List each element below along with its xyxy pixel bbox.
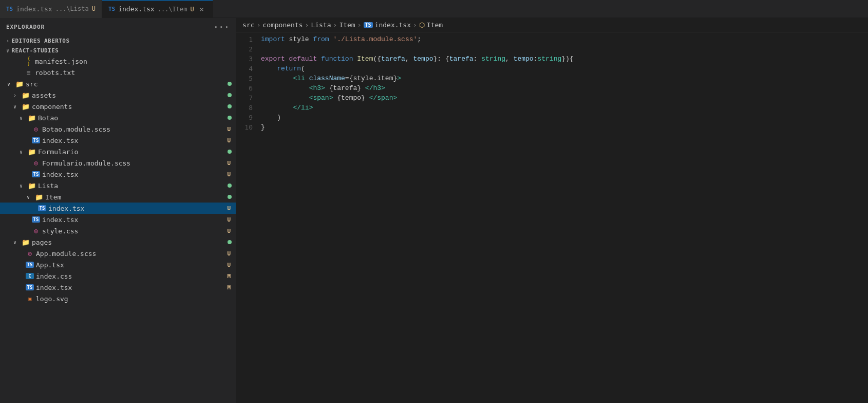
tab-filename: index.tsx: [16, 5, 52, 13]
code-editor[interactable]: 1 import style from './Lista.module.scss…: [236, 32, 868, 403]
file-manifest-json[interactable]: { } manifest.json: [0, 56, 236, 67]
file-index-tsx[interactable]: TS index.tsx M: [0, 282, 236, 293]
bc-filename[interactable]: index.tsx: [375, 21, 411, 29]
section-react-studies[interactable]: ∨ REACT-STUDIES: [0, 46, 236, 56]
close-tab-button[interactable]: ×: [197, 5, 206, 14]
folder-icon: 📁: [15, 80, 24, 88]
ts-icon: TS: [6, 6, 13, 12]
line-content: <h3> {tarefa} </h3>: [261, 83, 868, 93]
svg-icon: ▣: [26, 296, 34, 302]
sep: ›: [333, 21, 337, 29]
tab-active-path: ...\Item: [158, 6, 187, 13]
file-logo-svg[interactable]: ▣ logo.svg: [0, 293, 236, 304]
chevron-down-icon: ∨: [13, 240, 20, 245]
section-label-text: EDITORES ABERTOS: [11, 38, 69, 44]
modified-badge: M: [227, 284, 236, 291]
folder-name: Lista: [38, 182, 225, 190]
file-name: Botao.module.scss: [42, 125, 225, 133]
chevron-down-icon: ∨: [20, 183, 26, 189]
folder-assets[interactable]: › 📁 assets: [0, 89, 236, 101]
bc-src[interactable]: src: [242, 21, 254, 29]
file-name: App.tsx: [36, 261, 225, 269]
chevron-down-icon: ∨: [13, 104, 20, 109]
modified-dot: [228, 184, 232, 188]
tab-active-filename: index.tsx: [118, 5, 154, 13]
file-name: index.tsx: [42, 216, 225, 224]
folder-icon: 📁: [28, 182, 36, 190]
line-number: 4: [236, 64, 261, 74]
line-number: 3: [236, 54, 261, 64]
modified-badge: U: [227, 228, 236, 234]
tab-bar: TS index.tsx ...\Lista U TS index.tsx ..…: [0, 0, 868, 18]
explorer-title: EXPLORADOR: [6, 24, 45, 30]
modified-dot: [228, 150, 232, 154]
main-layout: EXPLORADOR ··· › EDITORES ABERTOS ∨ REAC…: [0, 18, 868, 403]
folder-lista[interactable]: ∨ 📁 Lista: [0, 180, 236, 191]
file-formulario-scss[interactable]: ◎ Formulario.module.scss U: [0, 157, 236, 169]
sidebar-menu-button[interactable]: ···: [213, 22, 230, 32]
file-name: index.tsx: [42, 137, 225, 144]
ts-icon: TS: [26, 284, 34, 290]
modified-dot: [228, 195, 232, 199]
file-item-index[interactable]: TS index.tsx U: [0, 203, 236, 214]
line-number: 9: [236, 113, 261, 122]
line-number: 6: [236, 83, 261, 93]
folder-name: Formulario: [38, 148, 225, 156]
file-app-tsx[interactable]: TS App.tsx U: [0, 259, 236, 270]
folder-name: assets: [32, 91, 225, 99]
modified-badge: U: [227, 137, 236, 144]
chevron-down-icon: ∨: [27, 194, 33, 200]
ts-icon-active: TS: [108, 6, 115, 12]
file-name: Formulario.module.scss: [42, 159, 225, 167]
line-content: <li className={style.item}>: [261, 74, 868, 83]
line-number: 5: [236, 74, 261, 83]
file-formulario-index[interactable]: TS index.tsx U: [0, 169, 236, 180]
file-index-css[interactable]: C index.css M: [0, 270, 236, 282]
bc-components[interactable]: components: [262, 21, 303, 29]
modified-dot: [228, 116, 232, 120]
tab-item-index[interactable]: TS index.tsx ...\Item U ×: [102, 0, 213, 18]
file-app-scss[interactable]: ◎ App.module.scss U: [0, 248, 236, 259]
bc-ts-icon: TS: [364, 22, 373, 28]
line-number: 2: [236, 44, 261, 54]
scss-icon: ◎: [26, 250, 34, 257]
chevron-down-icon: ∨: [20, 115, 26, 121]
line-content: [261, 44, 868, 54]
section-editores-abertos[interactable]: › EDITORES ABERTOS: [0, 36, 236, 46]
folder-icon: 📁: [22, 103, 30, 111]
line-content: ): [261, 113, 868, 122]
file-name: style.css: [42, 227, 225, 235]
code-line-5: 5 <li className={style.item}>: [236, 74, 868, 83]
tab-lista-index[interactable]: TS index.tsx ...\Lista U: [0, 0, 102, 18]
folder-icon: 📁: [35, 193, 43, 201]
modified-badge: U: [227, 171, 236, 178]
chevron-down-icon: ∨: [20, 149, 26, 155]
file-style-css[interactable]: ◎ style.css U: [0, 225, 236, 236]
json-icon: { }: [25, 56, 33, 66]
bc-lista[interactable]: Lista: [311, 21, 331, 29]
chevron-icon: ›: [6, 38, 9, 44]
sidebar: EXPLORADOR ··· › EDITORES ABERTOS ∨ REAC…: [0, 18, 236, 403]
file-lista-index[interactable]: TS index.tsx U: [0, 214, 236, 225]
folder-item[interactable]: ∨ 📁 Item: [0, 191, 236, 203]
bc-class: ⬡ Item: [419, 21, 443, 29]
line-number: 7: [236, 93, 261, 103]
sep: ›: [305, 21, 309, 29]
file-botao-scss[interactable]: ◎ Botao.module.scss U: [0, 123, 236, 135]
folder-pages[interactable]: ∨ 📁 pages: [0, 236, 236, 248]
folder-botao[interactable]: ∨ 📁 Botao: [0, 112, 236, 123]
folder-components[interactable]: ∨ 📁 components: [0, 101, 236, 112]
folder-formulario[interactable]: ∨ 📁 Formulario: [0, 146, 236, 157]
line-number: 10: [236, 122, 261, 132]
line-content: export default function Item({tarefa, te…: [261, 54, 868, 64]
modified-dot: [228, 93, 232, 97]
chevron-right-icon: ›: [13, 93, 20, 98]
txt-icon: ≡: [25, 69, 33, 77]
file-robots-txt[interactable]: ≡ robots.txt: [0, 67, 236, 78]
folder-src[interactable]: ∨ 📁 src: [0, 78, 236, 89]
class-icon: ⬡: [419, 21, 425, 29]
breadcrumb: src › components › Lista › Item › TS ind…: [236, 18, 868, 32]
bc-item-folder[interactable]: Item: [339, 21, 355, 29]
file-botao-index[interactable]: TS index.tsx U: [0, 135, 236, 146]
scss-icon: ◎: [32, 125, 40, 133]
